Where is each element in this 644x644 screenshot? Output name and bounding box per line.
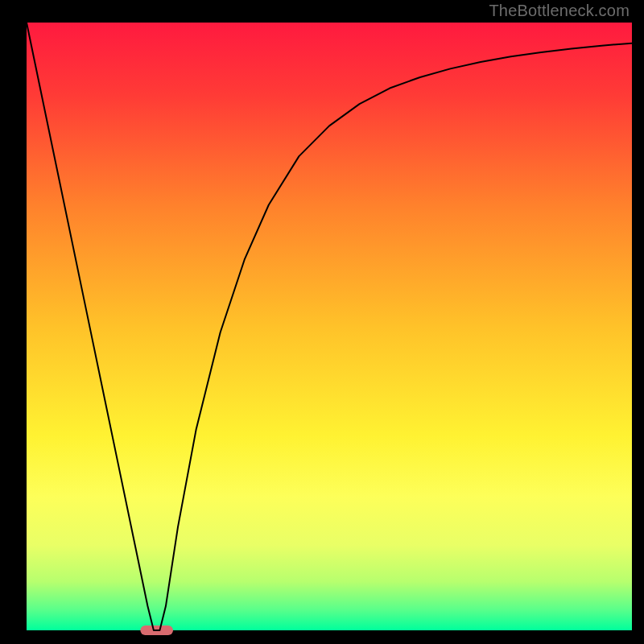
bottleneck-chart <box>0 0 644 644</box>
chart-frame: TheBottleneck.com <box>0 0 644 644</box>
plot-background <box>27 23 632 630</box>
attribution-text: TheBottleneck.com <box>489 2 630 20</box>
